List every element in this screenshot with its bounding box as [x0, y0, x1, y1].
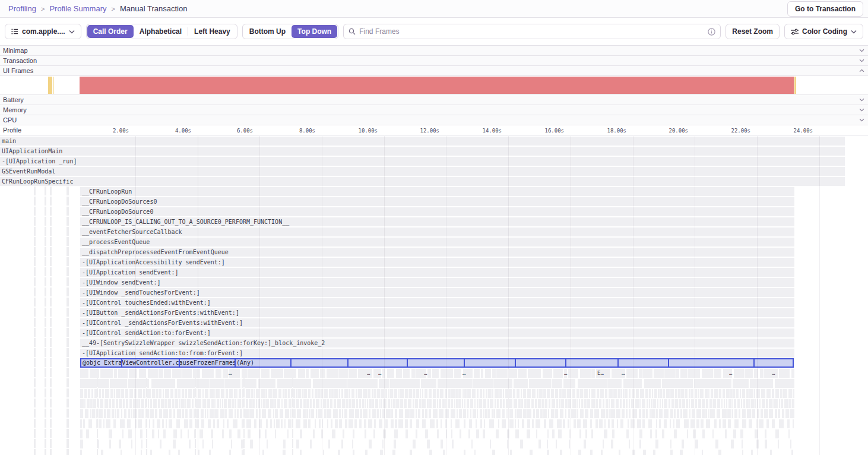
flame-mini-frame[interactable]	[315, 419, 316, 428]
flame-mini-frame[interactable]	[339, 409, 341, 418]
flame-mini-frame[interactable]	[631, 399, 634, 408]
flame-mini-frame[interactable]	[153, 419, 154, 428]
flame-mini-frame[interactable]	[262, 409, 266, 418]
flame-mini-frame[interactable]	[740, 389, 741, 398]
flame-mini-frame[interactable]	[749, 399, 750, 408]
flame-mini-frame[interactable]	[651, 409, 655, 418]
flame-mini-frame[interactable]	[551, 409, 554, 418]
flame-thin-stack[interactable]	[45, 187, 46, 455]
flame-mini-frame[interactable]	[274, 419, 275, 428]
flame-mini-frame[interactable]	[472, 389, 476, 398]
flame-mini-frame[interactable]	[327, 369, 338, 378]
flame-mini-frame[interactable]	[552, 379, 562, 388]
flame-mini-frame[interactable]	[390, 379, 420, 388]
flame-mini-frame[interactable]	[337, 399, 341, 408]
flame-mini-frame[interactable]	[751, 399, 755, 408]
flame-mini-frame[interactable]	[353, 450, 354, 455]
flame-mini-frame[interactable]	[363, 409, 368, 418]
flame-mini-frame[interactable]	[163, 389, 164, 398]
flame-mini-frame[interactable]	[507, 429, 509, 438]
flame-mini-frame[interactable]	[722, 409, 727, 418]
flame-mini-frame[interactable]	[470, 399, 473, 408]
flame-mini-frame[interactable]	[135, 419, 137, 428]
flame-mini-frame[interactable]	[677, 409, 679, 418]
flame-mini-frame[interactable]	[559, 389, 562, 398]
flame-mini-frame[interactable]	[152, 389, 155, 398]
flame-mini-frame[interactable]	[498, 419, 499, 428]
flame-mini-frame[interactable]	[518, 369, 527, 378]
flame-mini-frame[interactable]	[149, 419, 150, 428]
flame-mini-frame[interactable]	[538, 399, 541, 408]
flame-mini-frame[interactable]	[441, 440, 443, 448]
flame-mini-frame[interactable]	[178, 450, 180, 455]
flame-mini-frame[interactable]	[492, 450, 495, 455]
flame-mini-frame[interactable]	[754, 389, 755, 398]
flame-mini-frame[interactable]	[632, 409, 637, 418]
flame-mini-frame[interactable]	[752, 409, 755, 418]
flame-mini-frame[interactable]	[147, 389, 151, 398]
flame-mini-frame[interactable]	[632, 450, 635, 455]
flame-mini-frame[interactable]	[680, 389, 684, 398]
flame-mini-frame[interactable]	[223, 419, 224, 428]
flame-mini-frame[interactable]	[642, 409, 645, 418]
frozen-frame-bar[interactable]	[80, 77, 794, 94]
flame-mini-frame[interactable]	[690, 419, 695, 428]
flame-mini-frame[interactable]	[502, 419, 506, 428]
flame-mini-frame[interactable]	[391, 409, 393, 418]
flame-mini-frame[interactable]	[680, 369, 687, 378]
flame-mini-frame[interactable]	[287, 429, 289, 438]
flame-mini-frame[interactable]	[530, 450, 533, 455]
flame-mini-frame[interactable]	[382, 369, 385, 378]
flame-mini-frame[interactable]	[689, 399, 690, 408]
flame-mini-frame[interactable]	[451, 419, 452, 428]
flame-mini-frame[interactable]	[235, 409, 236, 418]
flame-mini-frame[interactable]	[455, 419, 460, 428]
flame-mini-frame[interactable]	[209, 450, 211, 455]
flame-mini-frame[interactable]	[221, 389, 224, 398]
flame-mini-frame[interactable]	[344, 409, 347, 418]
flame-mini-frame[interactable]	[736, 389, 739, 398]
flame-mini-frame[interactable]	[332, 429, 335, 438]
flame-mini-frame[interactable]	[400, 389, 404, 398]
flame-mini-frame[interactable]	[268, 409, 271, 418]
breadcrumb-profile-summary[interactable]: Profile Summary	[49, 4, 106, 13]
flame-mini-frame[interactable]	[210, 409, 214, 418]
flame-mini-frame[interactable]	[437, 389, 439, 398]
flame-mini-frame[interactable]	[207, 399, 210, 408]
flame-mini-frame[interactable]	[639, 429, 642, 438]
flame-mini-frame[interactable]	[355, 409, 359, 418]
flame-mini-frame[interactable]	[445, 409, 449, 418]
flame-mini-frame[interactable]	[742, 440, 743, 448]
flame-mini-frame[interactable]	[128, 429, 132, 438]
flame-mini-frame[interactable]	[353, 429, 354, 438]
flame-mini-frame[interactable]	[273, 389, 277, 398]
flame-mini-frame[interactable]	[270, 399, 274, 408]
flame-mini-frame[interactable]	[309, 409, 310, 418]
flame-mini-frame[interactable]	[717, 409, 720, 418]
flame-mini-frame[interactable]	[267, 440, 268, 448]
flame-mini-frame[interactable]	[764, 409, 768, 418]
flame-mini-frame[interactable]	[654, 389, 657, 398]
flame-frame[interactable]: __CFRunLoopRun	[80, 187, 794, 196]
flame-mini-frame[interactable]	[527, 429, 530, 438]
flame-mini-frame[interactable]	[258, 399, 260, 408]
flame-mini-frame[interactable]	[536, 429, 537, 438]
flame-mini-frame[interactable]	[658, 389, 660, 398]
flame-mini-frame[interactable]	[734, 409, 737, 418]
flame-mini-frame[interactable]	[477, 399, 478, 408]
flame-mini-frame[interactable]	[626, 429, 629, 438]
flame-mini-frame[interactable]	[713, 399, 716, 408]
flame-mini-frame[interactable]	[742, 409, 746, 418]
flame-mini-frame[interactable]	[210, 379, 224, 388]
flame-mini-frame[interactable]	[585, 429, 587, 438]
flame-mini-frame[interactable]	[458, 389, 461, 398]
flame-mini-frame[interactable]	[368, 389, 370, 398]
flame-mini-frame[interactable]	[548, 409, 549, 418]
flame-mini-frame[interactable]	[158, 399, 160, 408]
flame-mini-frame[interactable]	[342, 399, 345, 408]
flame-mini-frame[interactable]	[181, 399, 185, 408]
flame-mini-frame[interactable]	[718, 450, 721, 455]
flame-mini-frame[interactable]	[698, 399, 701, 408]
flame-mini-frame[interactable]	[165, 389, 169, 398]
flame-mini-frame[interactable]	[327, 399, 329, 408]
